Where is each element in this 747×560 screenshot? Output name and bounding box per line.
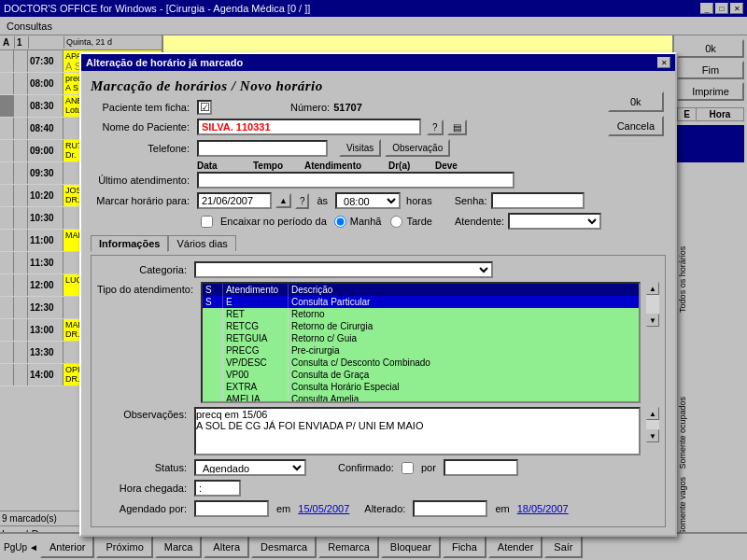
dialog-header-title: Marcação de horários / Novo horário — [91, 78, 666, 94]
date-up-btn[interactable]: ▲ — [275, 193, 291, 208]
scroll-up-btn[interactable]: ▲ — [646, 282, 659, 295]
observacao-btn[interactable]: Observação — [385, 139, 450, 157]
col-s: S — [203, 284, 223, 296]
schedule-date-input[interactable] — [197, 192, 272, 209]
minimize-btn[interactable]: _ — [700, 3, 713, 14]
last-atend-input[interactable] — [197, 172, 514, 189]
time-label: 10:30 — [28, 207, 63, 229]
ok-dialog-btn[interactable]: 0k — [608, 91, 664, 112]
obs-scroll-up-btn[interactable]: ▲ — [646, 407, 659, 420]
manha-label: Manhã — [350, 216, 382, 227]
manha-radio[interactable] — [334, 216, 346, 228]
menu-bar: Consultas — [0, 17, 747, 35]
visitas-btn[interactable]: Visitas — [339, 139, 381, 157]
confirmado-label: Confirmado: — [338, 462, 394, 473]
cancel-dialog-btn[interactable]: Cancela — [608, 116, 664, 136]
marca-btn[interactable]: Marca — [155, 536, 203, 558]
cell-code: RETGUIA — [223, 332, 289, 344]
fim-button[interactable]: Fim — [677, 61, 744, 79]
encaixar-checkbox[interactable] — [201, 216, 213, 228]
time-label: 11:00 — [28, 230, 63, 251]
time-label: 07:30 — [28, 50, 63, 72]
por-input[interactable] — [444, 459, 518, 476]
hora-chegada-input[interactable] — [194, 480, 241, 497]
senha-input[interactable] — [491, 192, 585, 209]
proximo-btn[interactable]: Próximo — [96, 536, 152, 558]
imprime-button[interactable]: Imprime — [677, 82, 744, 101]
ficha-row: Paciente tem ficha: ☑ Número: 51707 — [91, 100, 666, 115]
title-bar-buttons: _ □ ✕ — [700, 3, 743, 14]
list-item[interactable]: AMELIA Consulta Amelia — [203, 393, 639, 403]
atender-btn[interactable]: Atender — [488, 536, 543, 558]
list-item[interactable]: PRECG Pre-cirurgia — [203, 344, 639, 357]
tipo-label: Tipo do atendimento: — [97, 282, 197, 295]
main-window: DOCTOR'S OFFICE for Windows - [Cirurgia … — [0, 0, 747, 560]
schedule-time-select[interactable]: 08:00 — [335, 192, 401, 209]
altera-btn[interactable]: Altera — [204, 536, 249, 558]
ficha-label: Paciente tem ficha: — [91, 102, 193, 113]
phone-input[interactable] — [197, 140, 328, 157]
atendente-select[interactable] — [508, 213, 601, 230]
list-item[interactable]: VP/DESC Consulta c/ Desconto Combinado — [203, 357, 639, 369]
patient-search-btn[interactable]: ? — [427, 119, 444, 135]
obs-scroll-down-btn[interactable]: ▼ — [646, 429, 659, 442]
ficha-checkbox[interactable]: ☑ — [197, 100, 212, 115]
bloquear-btn[interactable]: Bloquear — [381, 536, 441, 558]
vert-labels-2: Somente ocupados — [677, 395, 744, 471]
encaixar-row: Encaixar no período da Manhã Tarde Atend… — [91, 213, 666, 230]
cell-desc: Consulta Amelia — [289, 393, 639, 403]
cell-code: VP/DESC — [223, 357, 289, 369]
scroll-down-btn[interactable]: ▼ — [646, 314, 659, 327]
hora-chegada-row: Hora chegada: — [97, 480, 659, 497]
pgup-label: PgUp — [4, 542, 27, 553]
time-label: 12:30 — [28, 297, 63, 318]
alterado-por-input[interactable] — [413, 500, 487, 517]
tipo-table-container[interactable]: S Atendimento Descrição S E Consulta Par… — [201, 282, 641, 403]
calendar-btn[interactable]: ? — [295, 193, 310, 209]
phone-label: Telefone: — [91, 143, 193, 154]
tab-varios-dias[interactable]: Vários dias — [168, 235, 235, 251]
obs-scroll-track — [646, 420, 659, 429]
col-desc-h: Descrição — [289, 284, 639, 296]
list-item[interactable]: VP00 Consulta de Graça — [203, 369, 639, 381]
dialog-close-btn[interactable]: ✕ — [657, 57, 670, 68]
close-btn[interactable]: ✕ — [730, 3, 743, 14]
remarca-btn[interactable]: Remarca — [318, 536, 379, 558]
cell-code: RETCG — [223, 320, 289, 332]
col-hora-label: Hora — [697, 108, 743, 120]
cell-s — [203, 381, 223, 393]
vert-label-todos[interactable]: Todos os horários — [677, 169, 744, 390]
sair-btn[interactable]: Saír — [544, 536, 582, 558]
maximize-btn[interactable]: □ — [715, 3, 728, 14]
categoria-select[interactable] — [194, 261, 493, 278]
alterado-em-value: 18/05/2007 — [517, 503, 569, 514]
vert-label-vagos[interactable]: Somente vagos — [677, 475, 744, 538]
tab-informacoes[interactable]: Informações — [91, 235, 168, 252]
menu-consultas[interactable]: Consultas — [4, 20, 55, 33]
patient-card-btn[interactable]: ▤ — [447, 119, 467, 135]
agendado-por-row: Agendado por: em 15/05/2007 Alterado: em… — [97, 500, 659, 517]
list-item[interactable]: RET Retorno — [203, 308, 639, 320]
cell-code: E — [223, 296, 289, 308]
list-item[interactable]: RETGUIA Retorno c/ Guia — [203, 332, 639, 344]
obs-textarea[interactable]: precq em 15/06 A SOL DE CG JÁ FOI ENVIAD… — [194, 407, 641, 455]
vert-label-ocupados[interactable]: Somente ocupados — [677, 395, 744, 471]
list-item[interactable]: RETCG Retorno de Cirurgia — [203, 320, 639, 332]
confirmado-checkbox[interactable] — [402, 462, 414, 474]
list-item[interactable]: S E Consulta Particular — [203, 296, 639, 308]
scroll-indicator: ◄ — [29, 542, 38, 553]
cell-code: AMELIA — [223, 393, 289, 403]
status-select[interactable]: Agendado — [194, 459, 306, 476]
cell-s — [203, 369, 223, 381]
agendado-por-input[interactable] — [194, 500, 269, 517]
patient-name-input[interactable] — [197, 119, 421, 135]
ficha-btn[interactable]: Ficha — [443, 536, 486, 558]
desmarca-btn[interactable]: Desmarca — [251, 536, 317, 558]
list-item[interactable]: EXTRA Consulta Horário Especial — [203, 381, 639, 393]
cell-desc: Retorno de Cirurgia — [289, 320, 639, 332]
anterior-btn[interactable]: Anterior — [40, 536, 95, 558]
tarde-radio[interactable] — [390, 216, 402, 228]
ok-button[interactable]: 0k — [677, 39, 744, 58]
time-label: 12:00 — [28, 274, 63, 296]
dialog-title-bar: Alteração de horário já marcado ✕ — [81, 54, 675, 71]
